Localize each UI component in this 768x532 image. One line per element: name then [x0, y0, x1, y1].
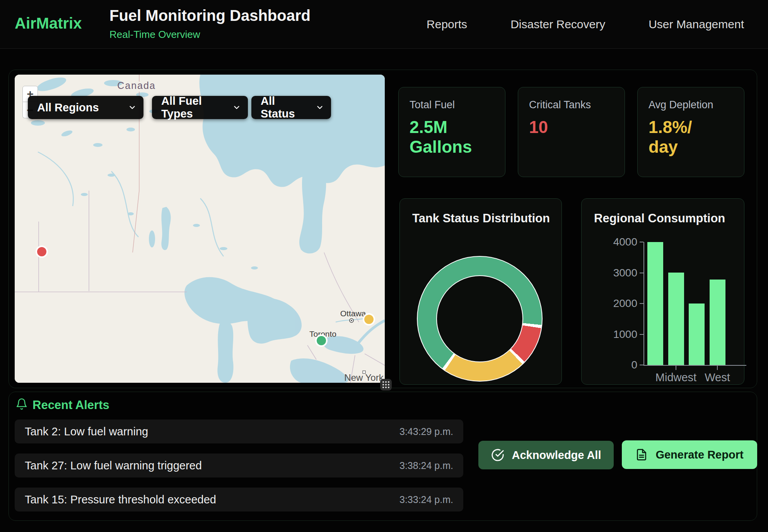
- page-title: Fuel Monitoring Dashboard: [109, 7, 311, 24]
- bar-x-labels: MidwestWest: [643, 366, 746, 389]
- y-tick-label: 1000: [613, 328, 643, 341]
- page-subtitle: Real-Time Overview: [109, 29, 200, 41]
- kpi-card-total-fuel: Total Fuel 2.5M Gallons: [398, 87, 505, 177]
- donut-hole: [436, 275, 523, 362]
- alert-message: Tank 2: Low fuel warning: [25, 425, 148, 438]
- alert-timestamp: 3:43:29 p.m.: [399, 426, 453, 437]
- region-filter-dropdown[interactable]: All Regions: [28, 96, 143, 119]
- acknowledge-all-label: Acknowledge All: [512, 449, 601, 462]
- y-tick-label: 2000: [613, 297, 643, 310]
- report-file-icon: [635, 448, 648, 461]
- alert-message: Tank 27: Low fuel warning triggered: [25, 459, 202, 472]
- kpi-label: Critical Tanks: [529, 99, 614, 111]
- alert-timestamp: 3:33:24 p.m.: [399, 494, 453, 505]
- kpi-label: Avg Depletion: [649, 99, 733, 111]
- fuel-type-filter-value: All Fuel Types: [161, 95, 227, 120]
- x-tick-mark: [717, 366, 718, 370]
- kpi-value-line: 1.8%/: [649, 117, 733, 137]
- bar: [710, 280, 725, 365]
- y-tick-label: 0: [631, 359, 643, 371]
- tank-status-distribution-card: Tank Status Distribution: [399, 198, 562, 385]
- lake-manitoba: [149, 230, 155, 247]
- kpi-value-2: 1.8%/ day: [649, 117, 733, 157]
- chevron-down-icon: [128, 103, 137, 112]
- alert-message: Tank 15: Pressure threshold exceeded: [25, 493, 216, 506]
- acknowledge-all-button[interactable]: Acknowledge All: [478, 441, 614, 469]
- tank-marker-normal[interactable]: [316, 335, 327, 346]
- generate-report-button[interactable]: Generate Report: [622, 440, 757, 469]
- bar: [668, 273, 684, 365]
- alert-row: Tank 15: Pressure threshold exceeded 3:3…: [15, 488, 463, 512]
- country-label: Canada: [117, 80, 156, 91]
- y-tick-label: 4000: [613, 236, 643, 248]
- kpi-value-line: Gallons: [410, 137, 494, 157]
- map-resize-handle[interactable]: [380, 379, 392, 390]
- brand-logo: AirMatrix: [15, 15, 82, 32]
- bar: [647, 242, 663, 365]
- tank-map[interactable]: Canada Ottawa Toronto New York + − All R…: [15, 75, 385, 383]
- kpi-value-1: 10: [529, 117, 614, 137]
- header: AirMatrix Fuel Monitoring Dashboard Real…: [0, 0, 768, 49]
- check-circle-icon: [491, 448, 504, 462]
- nav-user-management[interactable]: User Management: [649, 18, 744, 31]
- x-tick-mark: [676, 366, 676, 370]
- alert-row: Tank 27: Low fuel warning triggered 3:38…: [15, 454, 463, 477]
- city-label-ottawa: Ottawa: [340, 309, 366, 318]
- generate-report-label: Generate Report: [655, 448, 743, 461]
- kpi-value-0: 2.5M Gallons: [410, 117, 494, 157]
- chevron-down-icon: [316, 103, 324, 112]
- regional-consumption-card: Regional Consumption 40003000200010000 M…: [581, 198, 744, 385]
- kpi-value-line: 2.5M: [410, 117, 494, 137]
- y-tick-label: 3000: [613, 267, 643, 279]
- kpi-value-line: day: [649, 137, 733, 157]
- status-filter-value: All Status: [261, 95, 310, 120]
- chevron-down-icon: [232, 103, 241, 112]
- nav-disaster-recovery[interactable]: Disaster Recovery: [510, 18, 605, 31]
- x-tick-label: Midwest: [655, 371, 696, 384]
- kpi-card-critical-tanks: Critical Tanks 10: [518, 87, 625, 177]
- fuel-monitoring-dashboard: AirMatrix Fuel Monitoring Dashboard Real…: [0, 0, 768, 532]
- kpi-value-line: 10: [529, 117, 614, 137]
- chart-title: Tank Status Distribution: [412, 211, 550, 225]
- kpi-card-avg-depletion: Avg Depletion 1.8%/ day: [637, 87, 744, 177]
- bar-plot: [644, 242, 725, 365]
- status-filter-dropdown[interactable]: All Status: [251, 96, 331, 119]
- tank-marker-critical[interactable]: [36, 246, 47, 257]
- ottawa-marker-dot: [351, 320, 352, 321]
- main-nav: Reports Disaster Recovery User Managemen…: [427, 0, 744, 48]
- tank-marker-warning[interactable]: [364, 314, 374, 325]
- city-label-new-york: New York: [344, 372, 384, 383]
- alert-row: Tank 2: Low fuel warning 3:43:29 p.m.: [15, 419, 463, 443]
- chart-title: Regional Consumption: [594, 211, 725, 225]
- kpi-label: Total Fuel: [410, 99, 494, 111]
- alerts-title: Recent Alerts: [32, 398, 109, 412]
- fuel-type-filter-dropdown[interactable]: All Fuel Types: [152, 96, 248, 119]
- alert-timestamp: 3:38:24 p.m.: [399, 460, 453, 471]
- bar-y-axis: 40003000200010000: [593, 236, 643, 371]
- x-tick-label: West: [705, 371, 730, 384]
- map-canvas: Canada Ottawa Toronto New York: [15, 75, 385, 383]
- region-filter-value: All Regions: [37, 101, 99, 114]
- bell-icon: [15, 397, 28, 411]
- bar: [689, 304, 705, 365]
- nav-reports[interactable]: Reports: [427, 18, 467, 31]
